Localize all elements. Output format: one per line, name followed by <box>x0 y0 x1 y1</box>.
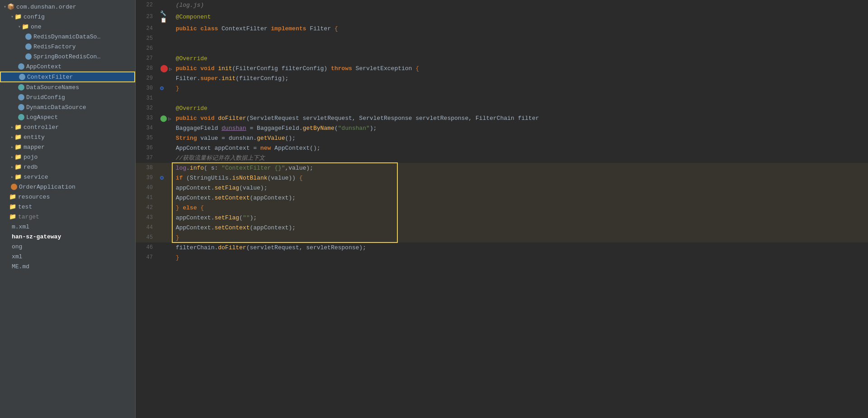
line-gutter <box>158 133 174 143</box>
item-label: config <box>24 14 45 20</box>
arrow-right-icon: ▸ <box>11 124 14 130</box>
arrow-down-icon: ▾ <box>11 14 14 19</box>
code-line-35: 35 String value = dunshan.getValue(); <box>136 133 868 143</box>
line-code: @Override <box>174 53 868 63</box>
item-label: DynamicDataSource <box>26 104 86 111</box>
line-number: 29 <box>136 73 158 83</box>
line-code: AppContext.setContext(appContext); <box>174 193 868 203</box>
sidebar-item-one[interactable]: ▾📁one <box>0 22 135 32</box>
line-number: 45 <box>136 233 158 242</box>
line-gutter <box>158 33 174 43</box>
sidebar-item-target[interactable]: 📁target <box>0 212 135 222</box>
line-gutter <box>158 193 174 203</box>
arrow-down-icon: ▾ <box>18 24 21 29</box>
file-tree: ▾📦com.dunshan.order▾📁config▾📁oneRedisDyn… <box>0 0 136 418</box>
package-icon: 📦 <box>7 3 14 10</box>
sidebar-item-DataSourceNames[interactable]: DataSourceNames <box>0 82 135 92</box>
line-number: 23 <box>136 10 158 24</box>
line-code: public class ContextFilter implements Fi… <box>174 24 868 33</box>
line-gutter <box>158 153 174 163</box>
line-code: (log.js) <box>174 0 868 10</box>
line-code: filterChain.doFilter(servletRequest, ser… <box>174 242 868 252</box>
line-code: @Override <box>174 103 868 113</box>
sidebar-item-SpringBootRedisCon[interactable]: SpringBootRedisCon… <box>0 52 135 62</box>
sidebar-item-test[interactable]: 📁test <box>0 202 135 212</box>
sidebar-item-com-dunshan-order[interactable]: ▾📦com.dunshan.order <box>0 2 135 12</box>
code-line-37: 37 //获取流量标记并存入数据上下文 <box>136 153 868 163</box>
line-gutter <box>158 0 174 10</box>
code-line-44: 44 AppContext.setContext(appContext); <box>136 223 868 233</box>
line-code: //获取流量标记并存入数据上下文 <box>174 153 868 163</box>
line-gutter <box>158 223 174 233</box>
line-code: BaggageField dunshan = BaggageField.getB… <box>174 123 868 133</box>
line-number: 43 <box>136 213 158 223</box>
class-icon <box>25 43 32 50</box>
line-number: 26 <box>136 43 158 53</box>
item-label: AppContext <box>26 63 61 70</box>
gutter-dot <box>160 176 164 180</box>
sidebar-item-DynamicDataSource[interactable]: DynamicDataSource <box>0 102 135 112</box>
sidebar-item-DruidConfig[interactable]: DruidConfig <box>0 92 135 102</box>
sidebar-item-ME-md[interactable]: ME.md <box>0 261 135 271</box>
sidebar-item-config[interactable]: ▾📁config <box>0 12 135 22</box>
line-number: 27 <box>136 53 158 63</box>
sidebar-item-OrderApplication[interactable]: OrderApplication <box>0 182 135 192</box>
item-label: RedisFactory <box>33 43 76 50</box>
line-number: 32 <box>136 103 158 113</box>
sidebar-item-RedisDynamicDataSo[interactable]: RedisDynamicDataSo… <box>0 32 135 42</box>
class-icon <box>25 33 32 40</box>
folder-icon: 📁 <box>14 124 22 131</box>
run-icon: ⬤ <box>160 115 167 122</box>
line-number: 37 <box>136 153 158 163</box>
sidebar-item-LogAspect[interactable]: LogAspect <box>0 112 135 122</box>
item-label: SpringBootRedisCon… <box>33 53 100 60</box>
line-gutter <box>158 183 174 193</box>
code-line-46: 46 filterChain.doFilter(servletRequest, … <box>136 242 868 252</box>
code-line-41: 41 AppContext.setContext(appContext); <box>136 193 868 203</box>
sidebar-item-resources[interactable]: 📁resources <box>0 192 135 202</box>
sidebar-item-entity[interactable]: ▸📁entity <box>0 132 135 142</box>
line-code: } <box>174 252 868 262</box>
sidebar-item-xml[interactable]: xml <box>0 252 135 261</box>
debug-icon2: 📋 <box>160 18 167 23</box>
folder-icon: 📁 <box>22 23 29 30</box>
line-code: AppContext.setContext(appContext); <box>174 223 868 233</box>
line-gutter: ⬤▷ <box>158 113 174 123</box>
class-icon <box>18 94 24 100</box>
code-line-40: 40 appContext.setFlag(value); <box>136 183 868 193</box>
sidebar-item-ong[interactable]: ong <box>0 242 135 252</box>
sidebar-item-AppContext[interactable]: AppContext <box>0 62 135 71</box>
sidebar-item-service[interactable]: ▸📁service <box>0 172 135 182</box>
line-number: 31 <box>136 93 158 103</box>
sidebar-item-controller[interactable]: ▸📁controller <box>0 122 135 132</box>
line-code <box>174 93 868 103</box>
item-label: test <box>18 204 32 210</box>
gutter-dot <box>160 86 164 90</box>
class-icon <box>18 63 24 70</box>
line-code: Filter.super.init(filterConfig); <box>174 73 868 83</box>
arrow-right-icon: ▸ <box>11 134 14 140</box>
line-gutter <box>158 203 174 213</box>
line-number: 40 <box>136 183 158 193</box>
item-label: OrderApplication <box>19 184 75 190</box>
code-scroll[interactable]: 22(log.js)23🔧📋@Component24public class C… <box>136 0 868 418</box>
line-number: 46 <box>136 242 158 252</box>
code-line-38: 38 log.info( s: "ContextFilter {}",value… <box>136 163 868 173</box>
sidebar-item-dunshan-sz-gateway[interactable]: han-sz-gateway <box>0 232 135 242</box>
item-label: ong <box>12 243 22 250</box>
sidebar-item-pojo[interactable]: ▸📁pojo <box>0 152 135 162</box>
class-icon <box>18 104 24 110</box>
code-line-24: 24public class ContextFilter implements … <box>136 24 868 33</box>
item-label: resources <box>18 194 50 200</box>
line-gutter <box>158 83 174 93</box>
sidebar-item-mapper[interactable]: ▸📁mapper <box>0 142 135 152</box>
code-line-28: 28⬤▷ public void init(FilterConfig filte… <box>136 63 868 73</box>
sidebar-item-RedisFactory[interactable]: RedisFactory <box>0 42 135 52</box>
sidebar-item-ContextFilter[interactable]: ContextFilter <box>0 71 135 82</box>
item-label: entity <box>24 134 45 141</box>
item-label: controller <box>24 124 59 131</box>
sidebar-item-redb[interactable]: ▸📁redb <box>0 162 135 172</box>
sidebar-item-pom-xml[interactable]: m.xml <box>0 222 135 232</box>
code-line-31: 31 <box>136 93 868 103</box>
code-line-29: 29 Filter.super.init(filterConfig); <box>136 73 868 83</box>
